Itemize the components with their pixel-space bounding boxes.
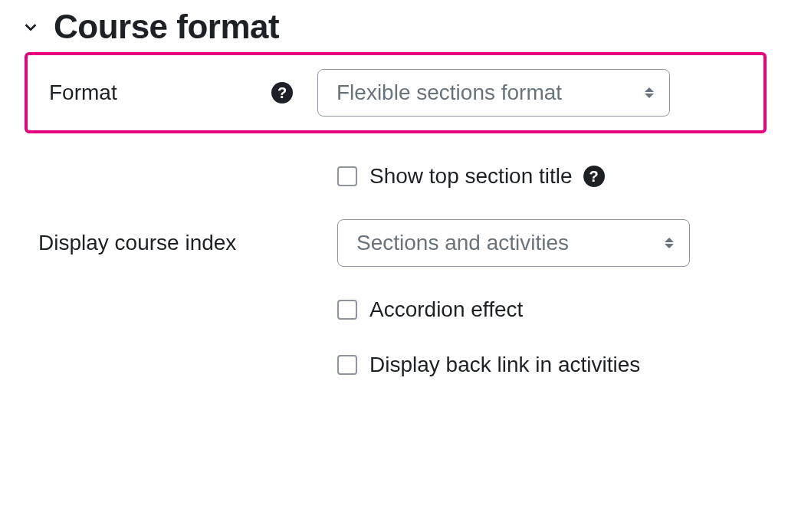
accordion-effect-checkbox[interactable]: Accordion effect: [337, 297, 523, 322]
help-icon[interactable]: ?: [271, 82, 293, 103]
select-caret-icon: [665, 238, 674, 248]
section-header[interactable]: Course format: [0, 8, 788, 46]
show-top-section-label: Show top section title: [369, 164, 573, 189]
format-label: Format: [49, 80, 271, 105]
checkbox-box-icon: [337, 166, 357, 186]
display-back-link-row: Display back link in activities: [0, 353, 788, 377]
show-top-section-row: Show top section title ?: [0, 164, 788, 189]
format-select[interactable]: Flexible sections format: [317, 69, 670, 117]
display-back-link-label: Display back link in activities: [369, 353, 640, 377]
chevron-down-icon: [21, 18, 40, 36]
accordion-effect-row: Accordion effect: [0, 297, 788, 322]
format-select-value: Flexible sections format: [337, 80, 562, 105]
select-caret-icon: [645, 87, 654, 98]
display-back-link-checkbox[interactable]: Display back link in activities: [337, 353, 640, 377]
accordion-effect-label: Accordion effect: [369, 297, 523, 322]
display-course-index-select[interactable]: Sections and activities: [337, 219, 690, 267]
display-course-index-label: Display course index: [38, 231, 337, 255]
checkbox-box-icon: [337, 355, 357, 375]
help-icon[interactable]: ?: [583, 166, 605, 187]
format-row-highlight: Format ? Flexible sections format: [25, 52, 767, 133]
display-course-index-value: Sections and activities: [356, 231, 569, 255]
display-course-index-row: Display course index Sections and activi…: [0, 219, 788, 267]
show-top-section-checkbox[interactable]: Show top section title: [337, 164, 573, 189]
format-row: Format ? Flexible sections format: [35, 69, 756, 117]
section-title: Course format: [54, 8, 279, 46]
checkbox-box-icon: [337, 300, 357, 320]
